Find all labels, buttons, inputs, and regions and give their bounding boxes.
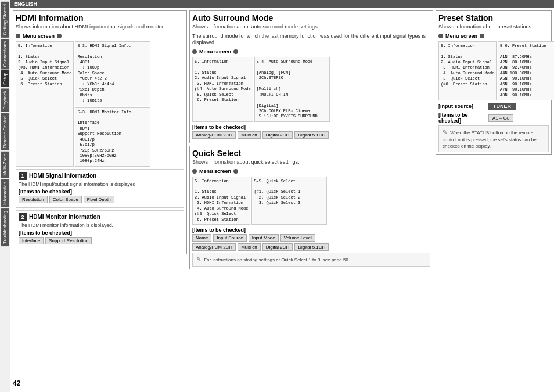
preset-station-note-text: When the STATUS button on the remote con… [443, 130, 537, 149]
auto-surround-main-screen: 5. Information 1. Status 2. Audio Input … [192, 57, 253, 122]
preset-station-note: ✎ When the STATUS button on the remote c… [438, 125, 549, 152]
badge-input-mode: Input Mode [249, 234, 279, 242]
menu-screen-dot2 [57, 34, 62, 38]
quick-select-badges2: Analog/PCM 2CH Multi ch Digital 2CH Digi… [192, 243, 430, 251]
auto-surround-desc1: Shows information about auto surround mo… [192, 24, 430, 31]
badge-resolution: Resolution [19, 196, 48, 203]
hdmi-signal-badges: Resolution Color Space Pixel Depth [19, 196, 181, 203]
quick-select-main-screen: 5. Information 1. Status 2. Audio Input … [192, 177, 250, 225]
input-source-row: [Input source] TUNER [438, 103, 549, 110]
hdmi-signal-subsection: 1 HDMI Signal Information The HDMI input… [16, 169, 184, 208]
hdmi-info-desc: Shows information about HDMI input/outpu… [16, 24, 184, 31]
as-menu-dot2 [233, 49, 238, 54]
badge-analog-pcm-2ch-2: Analog/PCM 2CH [192, 243, 236, 251]
qs-menu-dot2 [233, 169, 238, 174]
badge-digital-2ch: Digital 2CH [262, 131, 293, 139]
page-number: 42 [13, 377, 187, 390]
menu-screen-dot [16, 34, 20, 38]
quick-select-screen-container: 5. Information 1. Status 2. Audio Input … [192, 177, 430, 225]
hdmi-info-column: HDMI Information Shows information about… [13, 10, 187, 390]
auto-surround-desc2: The surround mode for which the last mem… [192, 33, 430, 46]
main-content: ENGLISH HDMI Information Shows informati… [10, 0, 554, 392]
badge-name: Name [192, 234, 211, 242]
as-menu-dot [192, 49, 197, 54]
badge-support-resolution: Support Resolution [45, 237, 92, 244]
badge-multi-ch: Multi ch [238, 131, 261, 139]
badge-digital-51ch: Digital 5.1CH [294, 131, 329, 139]
sidebar-item-connections[interactable]: Connections [1, 39, 9, 69]
language-label: ENGLISH [14, 1, 37, 7]
hdmi-monitor-desc: The HDMI monitor information is displaye… [19, 222, 181, 228]
hdmi-info-title: HDMI Information [16, 13, 184, 23]
quick-select-title: Quick Select [192, 149, 430, 158]
qs-menu-dot [192, 169, 197, 174]
badge-colorspace: Color Space [49, 196, 82, 203]
sidebar-item-setup[interactable]: Setup [1, 70, 9, 87]
items-checked-label: [Items to be checked] [438, 112, 485, 124]
hdmi-screen-container: 5. Information 1. Status 2. Audio Input … [16, 41, 184, 167]
sidebar-item-troubleshooting[interactable]: Troubleshooting [1, 208, 9, 246]
quick-select-note-text: For instructions on storing settings at … [204, 257, 350, 262]
hdmi-signal-sub-screen: 5-3. HDMI Signal Info. Resolution 4801 ↓… [75, 41, 150, 106]
hdmi-signal-title: HDMI Signal Information [29, 172, 96, 179]
content-area: HDMI Information Shows information about… [10, 8, 554, 392]
preset-station-section: Preset Station Shows information about p… [436, 10, 552, 155]
badge-digital-2ch-2: Digital 2CH [262, 243, 293, 251]
badge-volume-level: Volume Level [280, 234, 315, 242]
sidebar-item-multizone[interactable]: Multi-Zone [1, 152, 9, 178]
hdmi-signal-desc: The HDMI input/output signal information… [19, 181, 181, 187]
quick-select-menu-screen-row: Menu screen [192, 168, 430, 174]
sidebar-item-getting-started[interactable]: Getting Started [1, 2, 9, 38]
hdmi-monitor-sub-screen: 5-3. HDMI Monitor Info. Interface HDMI S… [75, 107, 150, 167]
quick-select-desc: Shows information about quick select set… [192, 159, 430, 166]
note-icon: ✎ [196, 256, 201, 262]
hdmi-monitor-badges: Interface Support Resolution [19, 237, 181, 244]
sidebar: Getting Started Connections Setup Playba… [0, 0, 10, 392]
auto-surround-badges: Analog/PCM 2CH Multi ch Digital 2CH Digi… [192, 131, 430, 139]
ps-menu-dot2 [480, 34, 484, 38]
quick-select-sub-screen: 5-5. Quick Select (#1. Quick Select 1 2.… [251, 177, 327, 225]
auto-surround-menu-label: Menu screen [199, 49, 231, 55]
tuner-badge: TUNER [488, 103, 516, 110]
preset-station-desc: Shows information about preset stations. [438, 24, 549, 31]
hdmi-monitor-items-label: [Items to be checked] [19, 230, 181, 236]
badge-input-source: Input Source [213, 234, 246, 242]
auto-surround-items-label: [Items to be checked] [192, 124, 430, 130]
hdmi-signal-num: 1 [19, 172, 27, 180]
badge-multi-ch-2: Multi ch [238, 243, 261, 251]
hdmi-monitor-num: 2 [19, 213, 27, 221]
quick-select-badges1: Name Input Source Input Mode Volume Leve… [192, 234, 430, 242]
preset-station-sub-screen: 5-6. Preset Station A1N 87.60MHz A2N 89.… [498, 41, 554, 100]
sidebar-item-playback[interactable]: Playback [1, 88, 9, 112]
auto-surround-screen-container: 5. Information 1. Status 2. Audio Input … [192, 57, 430, 122]
hdmi-monitor-subsection: 2 HDMI Monitor Information The HDMI moni… [16, 210, 184, 249]
auto-surround-sub-screen: 5-4. Auto Surround Mode [Analog] [PCM] 2… [254, 57, 330, 122]
preset-station-main-screen: 5. Information 1. Status 2. Audio Input … [438, 41, 497, 100]
language-bar: ENGLISH [10, 0, 554, 8]
quick-select-items-label: [Items to be checked] [192, 227, 430, 233]
badge-pixeldepth: Pixel Depth [84, 196, 114, 203]
auto-surround-section: Auto Surround Mode Shows information abo… [189, 10, 433, 143]
preset-station-title: Preset Station [438, 13, 549, 23]
hdmi-signal-title-row: 1 HDMI Signal Information [19, 172, 181, 180]
hdmi-menu-screen-row: Menu screen [16, 33, 184, 39]
hdmi-signal-items-label: [Items to be checked] [19, 189, 181, 195]
preset-station-screen-container: 5. Information 1. Status 2. Audio Input … [438, 41, 549, 100]
a1g8-badge: A1 – G8 [488, 114, 513, 122]
quick-select-section: Quick Select Shows information about qui… [189, 146, 433, 269]
preset-station-menu-screen-row: Menu screen [438, 33, 549, 39]
middle-column: Auto Surround Mode Shows information abo… [189, 10, 433, 390]
auto-surround-menu-screen-row: Menu screen [192, 49, 430, 55]
hdmi-monitor-title: HDMI Monitor Information [29, 214, 100, 220]
quick-select-note: ✎ For instructions on storing settings a… [192, 253, 430, 267]
preset-station-column: Preset Station Shows information about p… [436, 10, 552, 390]
quick-select-menu-label: Menu screen [199, 168, 231, 174]
preset-station-menu-label: Menu screen [445, 33, 477, 39]
items-checked-row: [Items to be checked] A1 – G8 [438, 112, 549, 124]
badge-analog-pcm-2ch: Analog/PCM 2CH [192, 131, 236, 139]
hdmi-main-menu-screen: 5. Information 1. Status 2. Audio Input … [16, 41, 74, 167]
input-source-label: [Input source] [438, 103, 485, 109]
sidebar-item-remote[interactable]: Remote Control [1, 113, 9, 150]
sidebar-item-information[interactable]: Information [1, 179, 9, 207]
ps-note-icon: ✎ [443, 129, 447, 135]
